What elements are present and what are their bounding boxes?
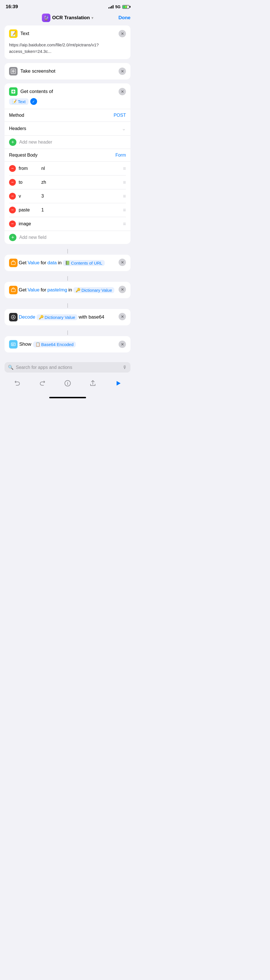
remove-v-button[interactable]: − bbox=[9, 193, 16, 200]
nav-app-icon: 🔮 bbox=[42, 14, 50, 22]
get-value-1-content: Get Value for data in 📗 Contents of URL bbox=[9, 259, 118, 267]
screenshot-card-close-button[interactable]: ✕ bbox=[118, 68, 126, 75]
screenshot-card: Take screenshot ✕ bbox=[5, 63, 131, 80]
search-input[interactable]: Search for apps and actions bbox=[16, 365, 120, 370]
field-value-to[interactable]: zh bbox=[38, 180, 120, 185]
search-bar[interactable]: 🔍 Search for apps and actions 🎙 bbox=[5, 362, 131, 372]
get-contents-card: Get contents of ✕ 📝 Text ✓ Method POST H… bbox=[5, 83, 131, 244]
text-card-content[interactable]: https://aip.baidubce.com/file/2.0/mt/pic… bbox=[5, 42, 131, 59]
screenshot-card-title: Take screenshot bbox=[21, 68, 56, 74]
request-body-label: Request Body bbox=[9, 153, 38, 158]
field-name-v: v bbox=[19, 194, 36, 199]
nav-chevron-icon: ▾ bbox=[91, 16, 93, 20]
nav-bar: 🔮 OCR Translation ▾ Done bbox=[0, 11, 135, 25]
field-row-paste: − paste 1 ≡ bbox=[5, 203, 131, 217]
drag-handle-image[interactable]: ≡ bbox=[123, 221, 126, 227]
search-bar-area: 🔍 Search for apps and actions 🎙 bbox=[0, 359, 135, 375]
text-chip-icon: 📝 bbox=[12, 99, 17, 104]
microphone-icon[interactable]: 🎙 bbox=[123, 365, 127, 370]
status-bar: 16:39 5G ⚡ bbox=[0, 0, 135, 11]
decode-content: Decode 🔑 Dictionary Value with base64 bbox=[9, 313, 118, 321]
decode-close-button[interactable]: ✕ bbox=[118, 313, 126, 320]
search-icon: 🔍 bbox=[8, 364, 14, 370]
share-button[interactable] bbox=[86, 377, 99, 390]
remove-paste-button[interactable]: − bbox=[9, 207, 16, 213]
get-contents-icon bbox=[9, 88, 18, 96]
show-chip[interactable]: 📋 Base64 Encoded bbox=[33, 342, 76, 347]
method-label: Method bbox=[9, 113, 24, 118]
info-button[interactable] bbox=[61, 377, 74, 390]
show-header: Show 📋 Base64 Encoded ✕ bbox=[5, 336, 131, 353]
screenshot-card-icon bbox=[9, 67, 18, 75]
decode-chip-icon: 🔑 bbox=[39, 315, 43, 320]
add-header-row[interactable]: + Add new header bbox=[5, 136, 131, 149]
text-card-close-button[interactable]: ✕ bbox=[118, 30, 126, 37]
screenshot-card-header: Take screenshot ✕ bbox=[5, 63, 131, 80]
get-value-2-chip-icon: 🔑 bbox=[75, 288, 80, 292]
get-value-1-key: data bbox=[47, 260, 57, 266]
decode-card: Decode 🔑 Dictionary Value with base64 ✕ bbox=[5, 309, 131, 325]
text-card-title: Text bbox=[21, 31, 29, 37]
get-value-1-header: Get Value for data in 📗 Contents of URL … bbox=[5, 255, 131, 271]
text-chip[interactable]: 📝 Text bbox=[9, 99, 29, 105]
field-value-paste[interactable]: 1 bbox=[38, 207, 120, 213]
text-card-icon: 📝 bbox=[9, 29, 18, 38]
get-contents-close-button[interactable]: ✕ bbox=[118, 88, 126, 95]
svg-point-2 bbox=[13, 71, 14, 72]
add-header-button[interactable]: + bbox=[9, 138, 16, 146]
field-value-v[interactable]: 3 bbox=[38, 194, 120, 199]
bottom-nav bbox=[0, 375, 135, 395]
get-value-2-close-button[interactable]: ✕ bbox=[118, 286, 126, 293]
drag-handle-from[interactable]: ≡ bbox=[123, 165, 126, 172]
get-value-2-chip-label: Dictionary Value bbox=[81, 288, 112, 293]
field-row-v: − v 3 ≡ bbox=[5, 189, 131, 203]
remove-from-button[interactable]: − bbox=[9, 165, 16, 172]
get-value-card-1: Get Value for data in 📗 Contents of URL … bbox=[5, 255, 131, 271]
get-value-2-chip[interactable]: 🔑 Dictionary Value bbox=[73, 287, 114, 293]
decode-icon bbox=[9, 313, 18, 321]
nav-title-text: OCR Translation bbox=[52, 15, 90, 21]
remove-to-button[interactable]: − bbox=[9, 179, 16, 186]
status-time: 16:39 bbox=[6, 4, 18, 10]
svg-rect-7 bbox=[11, 343, 15, 346]
show-chip-icon: 📋 bbox=[35, 342, 40, 347]
add-field-label: Add new field bbox=[19, 235, 46, 240]
undo-button[interactable] bbox=[11, 377, 24, 390]
show-close-button[interactable]: ✕ bbox=[118, 340, 126, 348]
drag-handle-paste[interactable]: ≡ bbox=[123, 207, 126, 213]
signal-bars-icon bbox=[109, 5, 113, 8]
add-field-row[interactable]: + Add new field bbox=[5, 231, 131, 244]
get-value-2-for: for bbox=[41, 287, 46, 293]
add-field-button[interactable]: + bbox=[9, 234, 16, 241]
text-chip-check[interactable]: ✓ bbox=[30, 98, 37, 105]
request-body-row[interactable]: Request Body Form bbox=[5, 149, 131, 161]
headers-label: Headers bbox=[9, 126, 26, 131]
show-action-label: Show bbox=[19, 342, 31, 347]
method-row[interactable]: Method POST bbox=[5, 109, 131, 121]
play-button[interactable] bbox=[112, 377, 124, 390]
headers-row[interactable]: Headers ⌄ bbox=[5, 122, 131, 135]
drag-handle-v[interactable]: ≡ bbox=[123, 193, 126, 199]
get-value-1-value: Value bbox=[27, 260, 39, 266]
decode-chip[interactable]: 🔑 Dictionary Value bbox=[37, 314, 78, 320]
home-indicator bbox=[0, 395, 135, 401]
remove-image-button[interactable]: − bbox=[9, 221, 16, 227]
decode-header: Decode 🔑 Dictionary Value with base64 ✕ bbox=[5, 309, 131, 325]
get-value-2-get: Get bbox=[19, 287, 26, 293]
get-value-1-icon bbox=[9, 259, 18, 267]
status-icons: 5G ⚡ bbox=[109, 5, 129, 9]
redo-button[interactable] bbox=[36, 377, 49, 390]
field-value-from[interactable]: nl bbox=[38, 166, 120, 171]
method-value: POST bbox=[113, 113, 126, 118]
field-row-from: − from nl ≡ bbox=[5, 162, 131, 175]
drag-handle-to[interactable]: ≡ bbox=[123, 180, 126, 185]
nav-done-button[interactable]: Done bbox=[118, 15, 131, 21]
get-value-1-chip[interactable]: 📗 Contents of URL bbox=[63, 260, 105, 266]
network-label: 5G bbox=[115, 5, 121, 9]
get-value-1-in: in bbox=[58, 260, 62, 266]
get-value-1-close-button[interactable]: ✕ bbox=[118, 259, 126, 266]
field-name-to: to bbox=[19, 180, 36, 185]
get-value-2-icon bbox=[9, 286, 18, 294]
show-content: Show 📋 Base64 Encoded bbox=[9, 340, 118, 348]
decode-label: Decode bbox=[19, 314, 35, 320]
